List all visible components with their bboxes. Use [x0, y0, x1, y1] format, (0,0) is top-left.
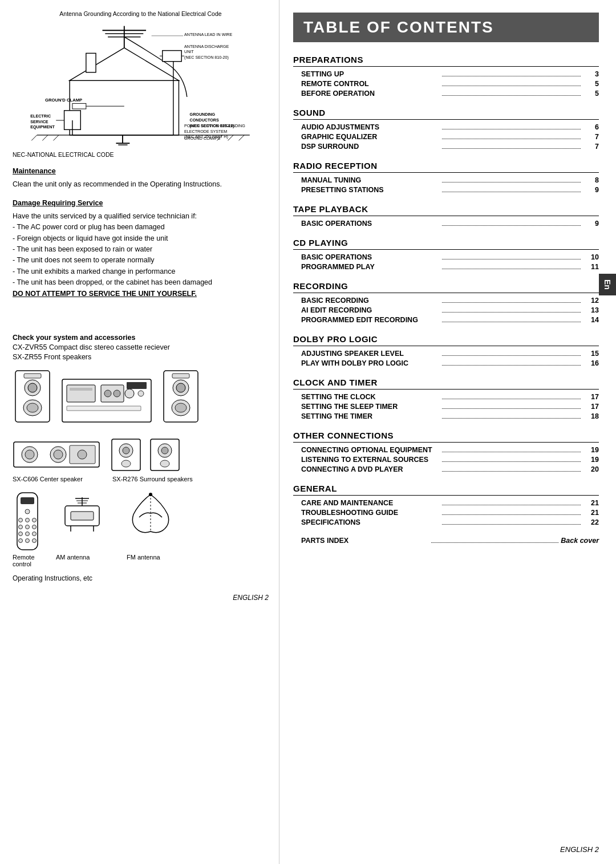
toc-entry-connecting-dvd: CONNECTING A DVD PLAYER 20 — [293, 465, 599, 473]
svg-point-92 — [33, 532, 37, 536]
toc-section-title-preparations: PREPARATIONS — [293, 55, 599, 67]
damage-item-4: - The unit does not seem to operate norm… — [13, 255, 269, 266]
right-panel: En TABLE OF CONTENTS PREPARATIONS SETTIN… — [279, 0, 616, 864]
svg-line-5 — [42, 135, 48, 141]
svg-point-55 — [114, 390, 120, 397]
svg-text:EQUIPMENT: EQUIPMENT — [30, 125, 55, 129]
svg-point-95 — [33, 538, 37, 542]
svg-text:ANTENNA LEAD IN WIRE: ANTENNA LEAD IN WIRE — [184, 33, 233, 37]
svg-rect-31 — [163, 51, 181, 62]
nec-note: NEC-NATIONAL ELECTRICAL CODE — [13, 151, 269, 158]
right-speaker-image — [158, 368, 201, 425]
toc-entry-before-operation: BEFORE OPERATION 5 — [293, 90, 599, 98]
toc-entry-basic-operations-cd: BASIC OPERATIONS 10 — [293, 253, 599, 261]
stereo-unit-image — [61, 376, 152, 425]
svg-rect-15 — [72, 103, 86, 109]
caption-center-speaker: SX-C606 Center speaker — [13, 476, 101, 482]
svg-rect-97 — [71, 512, 94, 520]
toc-entry-basic-recording: BASIC RECORDING 12 — [293, 297, 599, 305]
toc-section-title-clock: CLOCK AND TIMER — [293, 378, 599, 390]
toc-entry-programmed-edit-recording: PROGRAMMED EDIT RECORDING 14 — [293, 316, 599, 324]
svg-text:UNIT: UNIT — [184, 50, 194, 54]
svg-line-4 — [31, 135, 37, 141]
svg-point-85 — [26, 518, 30, 522]
surround-speaker-images — [109, 436, 182, 473]
svg-text:CONDUCTORS: CONDUCTORS — [190, 118, 219, 123]
toc-section-radio-reception: RADIO RECEPTION MANUAL TUNING 8 PRESETTI… — [293, 161, 599, 194]
caption-am: AM antenna — [56, 554, 113, 567]
svg-point-57 — [125, 389, 134, 398]
svg-point-79 — [161, 447, 168, 454]
toc-entry-connecting-optional: CONNECTING OPTIONAL EQUIPMENT 19 — [293, 446, 599, 454]
svg-text:ANTENNA DISCHARGE: ANTENNA DISCHARGE — [184, 44, 229, 49]
left-speaker-image — [13, 368, 55, 425]
caption-row-2: SX-C606 Center speaker SX-R276 Surround … — [13, 476, 269, 482]
op-instructions: Operating Instructions, etc — [13, 574, 269, 582]
svg-rect-82 — [21, 497, 34, 504]
svg-point-90 — [19, 532, 23, 536]
english-bottom-right: ENGLISH 2 — [560, 845, 599, 854]
toc-section-recording: RECORDING BASIC RECORDING 12 AI EDIT REC… — [293, 281, 599, 324]
check-system-line1: CX-ZVR55 Compact disc stereo cassette re… — [13, 343, 269, 351]
toc-entry-manual-tuning: MANUAL TUNING 8 — [293, 176, 599, 184]
toc-section-sound: SOUND AUDIO ADJUSTMENTS 6 GRAPHIC EQUALI… — [293, 108, 599, 151]
toc-section-tape-playback: TAPE PLAYBACK BASIC OPERATIONS 9 — [293, 204, 599, 228]
caption-fm: FM antenna — [127, 554, 160, 567]
parts-index-label: PARTS INDEX — [301, 537, 429, 545]
svg-point-70 — [54, 450, 63, 459]
toc-entry-dsp-surround: DSP SURROUND 7 — [293, 143, 599, 151]
am-antenna-image — [54, 492, 111, 537]
toc-section-title-general: GENERAL — [293, 484, 599, 496]
antenna-diagram: GROUN'D CLAMP ELECTRIC SERVICE EQUIPMENT… — [13, 21, 269, 146]
damage-item-2: - Foreign objects or liquid have got ins… — [13, 233, 269, 244]
svg-text:ELECTRIC: ELECTRIC — [30, 114, 51, 119]
toc-entry-remote-control: REMOTE CONTROL 5 — [293, 80, 599, 88]
surround-speaker-right — [148, 436, 182, 473]
damage-item-1: - The AC power cord or plug has been dam… — [13, 222, 269, 233]
svg-point-65 — [175, 403, 187, 412]
toc-entry-audio-adjustments: AUDIO ADJUSTMENTS 6 — [293, 123, 599, 131]
svg-text:SERVICE: SERVICE — [30, 120, 48, 124]
svg-text:GROUNDING: GROUNDING — [190, 112, 216, 117]
check-system-line2: SX-ZR55 Front speakers — [13, 353, 269, 361]
svg-point-93 — [19, 538, 23, 542]
toc-entry-adjusting-speaker: ADJUSTING SPEAKER LEVEL 15 — [293, 350, 599, 358]
svg-rect-63 — [172, 374, 189, 378]
svg-point-94 — [26, 538, 30, 542]
surround-speaker-left — [109, 436, 143, 473]
accessories-images-row1 — [13, 368, 269, 425]
maintenance-text: Clean the unit only as recommended in th… — [13, 179, 269, 190]
svg-line-6 — [53, 135, 59, 141]
svg-rect-47 — [24, 374, 41, 378]
toc-section-title-dolby: DOLBY PRO LOGIC — [293, 334, 599, 346]
caption-remote: Remote control — [13, 554, 42, 567]
svg-point-91 — [26, 532, 30, 536]
toc-section-other-connections: OTHER CONNECTIONS CONNECTING OPTIONAL EQ… — [293, 431, 599, 473]
toc-entry-setting-timer: SETTING THE TIMER 18 — [293, 412, 599, 420]
svg-point-46 — [28, 383, 37, 392]
caption-row-3: Remote control AM antenna FM antenna — [13, 554, 269, 567]
parts-index-entry: PARTS INDEX Back cover — [293, 537, 599, 545]
toc-entry-play-dolby: PLAY WITH DOLBY PRO LOGIC 16 — [293, 359, 599, 367]
fm-antenna-image — [122, 492, 179, 537]
do-not-notice: DO NOT ATTEMPT TO SERVICE THE UNIT YOURS… — [13, 289, 269, 299]
antenna-caption: Antenna Grounding According to the Natio… — [13, 10, 269, 17]
toc-section-title-sound: SOUND — [293, 108, 599, 120]
toc-entry-listening-external: LISTENING TO EXTERNAL SOURCES 19 — [293, 456, 599, 464]
toc-entry-presetting-stations: PRESETTING STATIONS 9 — [293, 186, 599, 194]
toc-section-title-recording: RECORDING — [293, 281, 599, 293]
english-bottom-left: ENGLISH 2 — [233, 594, 269, 602]
svg-point-58 — [138, 391, 144, 396]
parts-index-page: Back cover — [561, 537, 599, 545]
toc-section-dolby-pro-logic: DOLBY PRO LOGIC ADJUSTING SPEAKER LEVEL … — [293, 334, 599, 367]
toc-section-clock-timer: CLOCK AND TIMER SETTING THE CLOCK 17 SET… — [293, 378, 599, 420]
svg-point-49 — [27, 403, 38, 412]
svg-text:POWER SERVICE GROUNDING: POWER SERVICE GROUNDING — [184, 124, 245, 128]
svg-rect-2 — [86, 53, 96, 72]
damage-section: Damage Requiring Service Have the units … — [13, 198, 269, 299]
damage-heading: Damage Requiring Service — [13, 198, 269, 209]
svg-point-75 — [123, 447, 129, 454]
svg-line-9 — [239, 135, 245, 141]
toc-section-preparations: PREPARATIONS SETTING UP 3 REMOTE CONTROL… — [293, 55, 599, 98]
check-system-title: Check your system and accessories — [13, 334, 269, 342]
